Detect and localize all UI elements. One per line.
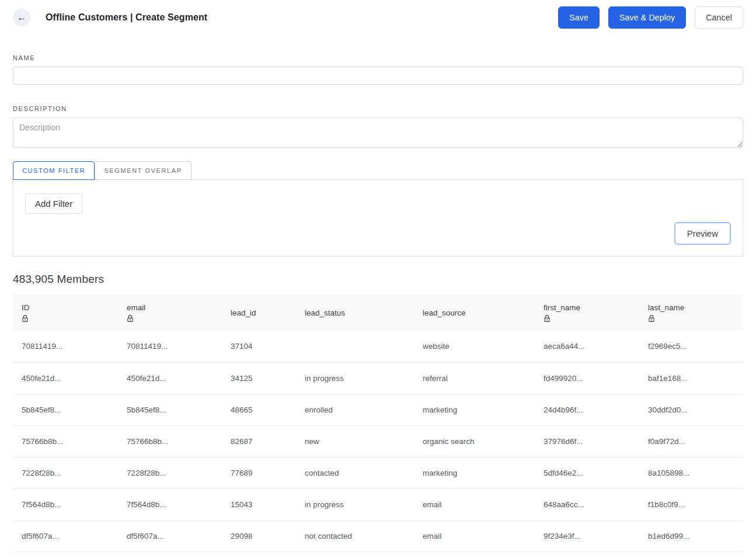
table-cell: b1ed6d99...	[639, 520, 743, 552]
table-cell: 44944a06...	[13, 552, 118, 558]
table-cell: 82687	[222, 425, 296, 457]
table-cell: 70811419...	[118, 331, 222, 362]
save-and-deploy-button[interactable]: Save & Deploy	[608, 6, 686, 29]
table-cell: f0a9f72d...	[639, 425, 743, 457]
table-cell: 29098	[222, 520, 296, 552]
column-header-lead_id[interactable]: lead_id	[222, 294, 296, 331]
description-input[interactable]	[13, 117, 743, 148]
table-cell: not contacted	[296, 520, 414, 552]
table-cell: organic search	[414, 425, 535, 457]
table-cell: 5dfd46e2...	[535, 457, 639, 488]
table-cell: 77689	[222, 457, 296, 488]
table-cell: contacted	[296, 457, 414, 488]
table-cell	[296, 331, 414, 362]
table-cell: 48665	[222, 394, 296, 425]
column-label: lead_id	[231, 309, 290, 317]
table-cell: referral	[414, 362, 535, 394]
lock-icon	[648, 315, 737, 323]
table-cell: 5b845ef8...	[13, 394, 118, 425]
table-cell: 70811419...	[13, 331, 118, 362]
table-cell: df5f607a...	[118, 520, 222, 552]
save-button[interactable]: Save	[558, 6, 600, 29]
table-row: 44944a06...44944a06...91705contactedmark…	[13, 552, 743, 558]
column-header-lead_status[interactable]: lead_status	[296, 294, 414, 331]
back-button[interactable]: ←	[13, 9, 30, 26]
column-header-id[interactable]: ID	[13, 294, 118, 331]
table-cell: 450fe21d...	[13, 362, 118, 394]
table-cell: 960fb87b...	[535, 552, 639, 558]
table-cell: 7f564d8b...	[118, 488, 222, 520]
table-row: df5f607a...df5f607a...29098not contacted…	[13, 520, 743, 552]
members-table-header: IDemaillead_idlead_statuslead_sourcefirs…	[13, 294, 743, 331]
table-cell: 648aa6cc...	[535, 488, 639, 520]
table-cell: 37104	[222, 331, 296, 362]
table-cell: b8d70440...	[639, 552, 743, 558]
column-label: email	[127, 303, 216, 312]
table-cell: email	[414, 520, 535, 552]
cancel-button[interactable]: Cancel	[695, 6, 743, 29]
table-cell: marketing	[414, 552, 535, 558]
column-header-first_name[interactable]: first_name	[535, 294, 639, 331]
table-cell: 5b845ef8...	[118, 394, 222, 425]
table-row: 5b845ef8...5b845ef8...48665enrolledmarke…	[13, 394, 743, 425]
table-cell: baf1e168...	[639, 362, 743, 394]
table-cell: 30ddf2d0...	[639, 394, 743, 425]
back-arrow-icon: ←	[17, 12, 26, 23]
custom-filter-panel: Add Filter Preview	[13, 179, 743, 257]
table-cell: 8a105898...	[639, 457, 743, 488]
lock-icon	[127, 315, 216, 323]
table-cell: 91705	[222, 552, 296, 558]
top-bar: ← Offline Customers | Create Segment Sav…	[0, 0, 756, 34]
lock-icon	[544, 315, 633, 323]
table-cell: 450fe21d...	[118, 362, 222, 394]
table-cell: 44944a06...	[118, 552, 222, 558]
table-cell: f1b8c0f9...	[639, 488, 743, 520]
table-cell: in progress	[296, 362, 414, 394]
table-cell: fd499920...	[535, 362, 639, 394]
lock-icon	[22, 315, 112, 323]
table-row: 75766b8b...75766b8b...82687neworganic se…	[13, 425, 743, 457]
filter-tabs: CUSTOM FILTER SEGMENT OVERLAP	[13, 161, 743, 179]
name-label: NAME	[13, 54, 743, 61]
table-cell: website	[414, 331, 535, 362]
table-cell: in progress	[296, 488, 414, 520]
page-title: Offline Customers | Create Segment	[46, 12, 207, 23]
table-cell: 7228f28b...	[118, 457, 222, 488]
table-cell: marketing	[414, 457, 535, 488]
table-row: 450fe21d...450fe21d...34125in progressre…	[13, 362, 743, 394]
table-row: 70811419...70811419...37104websiteaeca6a…	[13, 331, 743, 362]
table-cell: 34125	[222, 362, 296, 394]
column-label: lead_status	[305, 309, 408, 317]
column-header-email[interactable]: email	[118, 294, 222, 331]
add-filter-button[interactable]: Add Filter	[25, 193, 82, 214]
table-cell: 7f564d8b...	[13, 488, 118, 520]
table-row: 7228f28b...7228f28b...77689contactedmark…	[13, 457, 743, 488]
table-row: 7f564d8b...7f564d8b...15043in progressem…	[13, 488, 743, 520]
table-cell: enrolled	[296, 394, 414, 425]
table-cell: contacted	[296, 552, 414, 558]
members-table: IDemaillead_idlead_statuslead_sourcefirs…	[13, 294, 743, 558]
main-content: NAME DESCRIPTION CUSTOM FILTER SEGMENT O…	[0, 54, 756, 558]
table-cell: 24d4b96f...	[535, 394, 639, 425]
table-cell: df5f607a...	[13, 520, 118, 552]
column-label: ID	[22, 303, 112, 312]
column-label: last_name	[648, 303, 737, 312]
column-header-last_name[interactable]: last_name	[639, 294, 743, 331]
tab-segment-overlap[interactable]: SEGMENT OVERLAP	[95, 161, 191, 180]
description-label: DESCRIPTION	[13, 105, 743, 112]
table-cell: aeca6a44...	[535, 331, 639, 362]
table-cell: 9f234e3f...	[535, 520, 639, 552]
table-cell: f2969ec5...	[639, 331, 743, 362]
table-cell: 7228f28b...	[13, 457, 118, 488]
name-input[interactable]	[13, 67, 743, 85]
tab-custom-filter[interactable]: CUSTOM FILTER	[13, 161, 95, 180]
table-cell: 75766b8b...	[13, 425, 118, 457]
table-cell: marketing	[414, 394, 535, 425]
table-cell: email	[414, 488, 535, 520]
topbar-actions: Save Save & Deploy Cancel	[558, 6, 743, 29]
column-label: lead_source	[423, 309, 529, 317]
table-cell: 37976d6f...	[535, 425, 639, 457]
preview-button[interactable]: Preview	[674, 222, 731, 245]
table-cell: new	[296, 425, 414, 457]
column-header-lead_source[interactable]: lead_source	[414, 294, 535, 331]
